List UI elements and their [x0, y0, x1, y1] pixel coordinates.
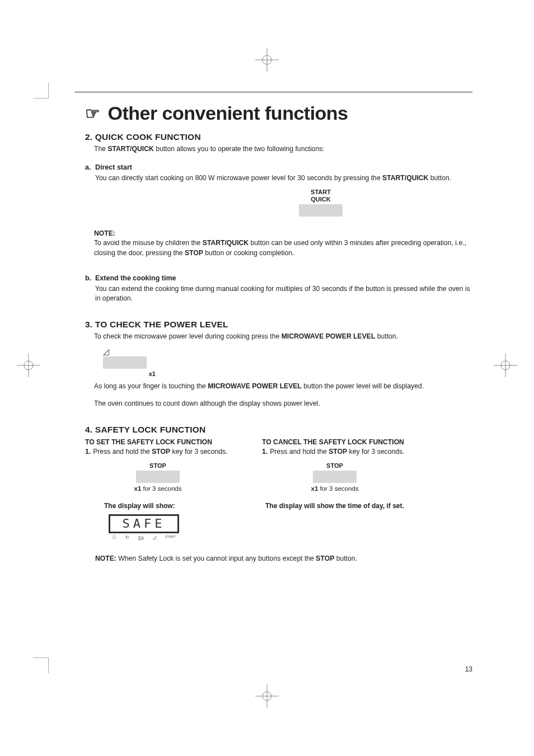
page-content: ☞ Other convenient functions 2. QUICK CO… [75, 92, 472, 672]
quick-note: NOTE: To avoid the misuse by children th… [94, 229, 472, 259]
crop-mark-right [494, 354, 517, 377]
lcd-display-safe: SAFE ⏀↻Kg◿START [109, 514, 179, 540]
start-label: START [169, 189, 472, 196]
lcd-status-icons: ⏀↻Kg◿START [109, 533, 179, 540]
power-p2: As long as your finger is touching the M… [94, 382, 472, 392]
section-power-level: 3. TO CHECK THE POWER LEVEL To check the… [85, 320, 472, 409]
corner-mark-tl [33, 83, 49, 98]
stop-button-graphic-cancel: STOP [307, 462, 363, 483]
safety-set-title: TO SET THE SAFETY LOCK FUNCTION [85, 438, 231, 446]
lcd-safe-text: SAFE [123, 516, 166, 530]
quick-b-text: You can extend the cooking time during m… [95, 284, 472, 304]
start-quick-button-face [299, 204, 343, 217]
safety-heading: 4. SAFETY LOCK FUNCTION [85, 425, 472, 435]
set-press-note: x1 for 3 seconds [85, 485, 231, 492]
power-triangle-icon: ◿ [103, 348, 159, 355]
start-quick-button-graphic: START QUICK [169, 189, 472, 216]
safety-set-column: TO SET THE SAFETY LOCK FUNCTION 1. Press… [85, 438, 231, 540]
safety-cancel-title: TO CANCEL THE SAFETY LOCK FUNCTION [262, 438, 407, 446]
quick-sub-a: a.Direct start You can directly start co… [85, 163, 472, 184]
power-intro: To check the microwave power level durin… [94, 332, 472, 342]
cancel-press-note: x1 for 3 seconds [262, 485, 407, 492]
set-display-note: The display will show: [104, 502, 231, 510]
safety-footnote: NOTE: When Safety Lock is set you cannot… [95, 555, 472, 562]
safety-cancel-column: TO CANCEL THE SAFETY LOCK FUNCTION 1. Pr… [262, 438, 407, 540]
power-heading: 3. TO CHECK THE POWER LEVEL [85, 320, 472, 330]
quick-label: QUICK [169, 196, 472, 203]
crop-mark-top [255, 48, 279, 72]
stop-button-graphic-set: STOP [130, 462, 186, 483]
quick-heading: 2. QUICK COOK FUNCTION [85, 132, 472, 142]
power-x1: x1 [103, 370, 159, 377]
pointing-hand-icon: ☞ [85, 105, 100, 122]
safety-cancel-step: 1. Press and hold the STOP key for 3 sec… [262, 447, 407, 457]
quick-sub-b: b.Extend the cooking time You can extend… [85, 274, 472, 304]
page-number: 13 [465, 665, 472, 673]
section-quick-cook: 2. QUICK COOK FUNCTION The START/QUICK b… [85, 132, 472, 304]
quick-intro: The START/QUICK button allows you to ope… [94, 144, 472, 154]
power-level-button-graphic: ◿ x1 [103, 348, 159, 377]
cancel-display-note: The display will show the time of day, i… [265, 502, 407, 510]
title-text: Other convenient functions [108, 102, 348, 124]
power-p3: The oven continues to count down althoug… [94, 399, 472, 409]
safety-columns: TO SET THE SAFETY LOCK FUNCTION 1. Press… [85, 438, 472, 540]
crop-mark-bottom [255, 684, 279, 708]
corner-mark-bl [33, 658, 49, 673]
page-title: ☞ Other convenient functions [85, 102, 472, 124]
crop-mark-left [17, 354, 40, 377]
safety-set-step: 1. Press and hold the STOP key for 3 sec… [85, 447, 231, 457]
section-safety-lock: 4. SAFETY LOCK FUNCTION TO SET THE SAFET… [85, 425, 472, 562]
quick-a-text: You can directly start cooking on 800 W … [95, 173, 472, 184]
